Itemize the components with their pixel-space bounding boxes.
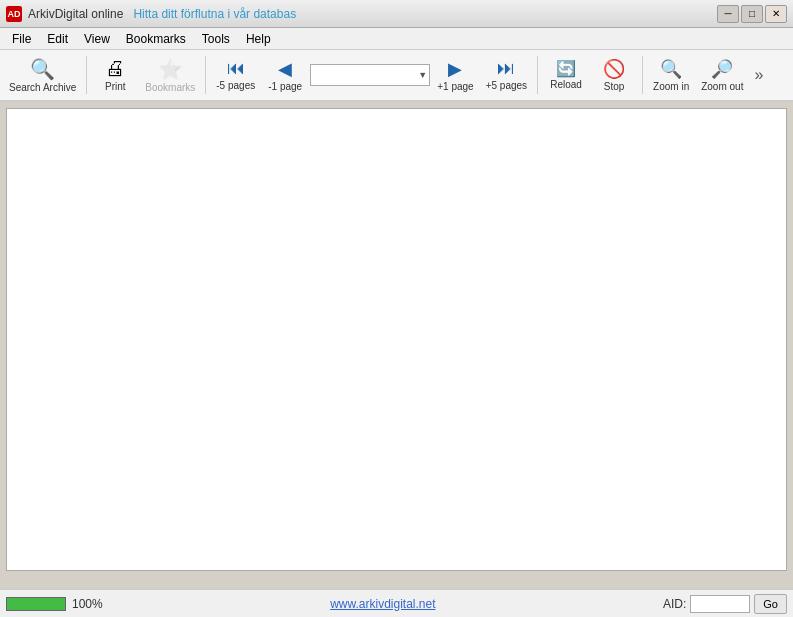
menu-edit[interactable]: Edit (39, 30, 76, 48)
menu-bookmarks[interactable]: Bookmarks (118, 30, 194, 48)
stop-icon: 🚫 (603, 58, 625, 80)
zoom-out-button[interactable]: 🔎 Zoom out (696, 52, 748, 98)
plus1page-label: +1 page (437, 81, 473, 93)
minus1page-icon: ◀ (278, 58, 292, 80)
toolbar-separator-4 (642, 56, 643, 94)
plus1page-button[interactable]: ▶ +1 page (432, 52, 478, 98)
zoom-in-label: Zoom in (653, 81, 689, 93)
minus1page-label: -1 page (268, 81, 302, 93)
zoom-in-button[interactable]: 🔍 Zoom in (648, 52, 694, 98)
status-url[interactable]: www.arkivdigital.net (109, 597, 657, 611)
title-subtitle: Hitta ditt förflutna i vår databas (133, 7, 296, 21)
plus5pages-button[interactable]: ⏭ +5 pages (481, 52, 532, 98)
zoom-in-icon: 🔍 (660, 58, 682, 80)
toolbar-separator-3 (537, 56, 538, 94)
menu-view[interactable]: View (76, 30, 118, 48)
main-content (6, 108, 787, 571)
reload-icon: 🔄 (556, 59, 576, 78)
print-label: Print (105, 81, 126, 93)
plus1page-icon: ▶ (448, 58, 462, 80)
toolbar-separator-1 (86, 56, 87, 94)
progress-bar-fill (7, 598, 65, 610)
reload-label: Reload (550, 79, 582, 91)
print-icon: 🖨 (105, 57, 125, 80)
search-archive-button[interactable]: 🔍 Search Archive (4, 52, 81, 98)
app-icon: AD (6, 6, 22, 22)
search-archive-label: Search Archive (9, 82, 76, 94)
minus1page-button[interactable]: ◀ -1 page (262, 52, 308, 98)
go-button[interactable]: Go (754, 594, 787, 614)
bookmarks-button[interactable]: ⭐ Bookmarks (140, 52, 200, 98)
menu-tools[interactable]: Tools (194, 30, 238, 48)
toolbar: 🔍 Search Archive 🖨 Print ⭐ Bookmarks ⏮ -… (0, 50, 793, 102)
minimize-button[interactable]: ─ (717, 5, 739, 23)
app-name: ArkivDigital online (28, 7, 123, 21)
menu-bar: File Edit View Bookmarks Tools Help (0, 28, 793, 50)
menu-help[interactable]: Help (238, 30, 279, 48)
toolbar-separator-2 (205, 56, 206, 94)
plus5pages-icon: ⏭ (497, 58, 515, 79)
search-archive-icon: 🔍 (30, 57, 55, 81)
aid-container: AID: Go (663, 594, 787, 614)
maximize-button[interactable]: □ (741, 5, 763, 23)
aid-input[interactable] (690, 595, 750, 613)
progress-bar-container (6, 597, 66, 611)
plus5pages-label: +5 pages (486, 80, 527, 92)
minus5pages-label: -5 pages (216, 80, 255, 92)
zoom-out-icon: 🔎 (711, 58, 733, 80)
print-button[interactable]: 🖨 Print (92, 52, 138, 98)
title-bar: AD ArkivDigital online Hitta ditt förflu… (0, 0, 793, 28)
status-bar: 100% www.arkivdigital.net AID: Go (0, 589, 793, 617)
zoom-out-label: Zoom out (701, 81, 743, 93)
title-text: ArkivDigital online Hitta ditt förflutna… (28, 7, 296, 21)
title-left: AD ArkivDigital online Hitta ditt förflu… (6, 6, 296, 22)
stop-label: Stop (604, 81, 625, 93)
close-button[interactable]: ✕ (765, 5, 787, 23)
title-controls: ─ □ ✕ (717, 5, 787, 23)
menu-file[interactable]: File (4, 30, 39, 48)
page-select[interactable] (310, 64, 430, 86)
status-percent: 100% (72, 597, 103, 611)
aid-label: AID: (663, 597, 686, 611)
stop-button[interactable]: 🚫 Stop (591, 52, 637, 98)
minus5pages-button[interactable]: ⏮ -5 pages (211, 52, 260, 98)
reload-button[interactable]: 🔄 Reload (543, 52, 589, 98)
minus5pages-icon: ⏮ (227, 58, 245, 79)
toolbar-more-button[interactable]: » (750, 66, 767, 84)
bookmarks-icon: ⭐ (158, 57, 183, 81)
bookmarks-label: Bookmarks (145, 82, 195, 94)
page-dropdown-wrapper: ▼ (310, 64, 430, 86)
